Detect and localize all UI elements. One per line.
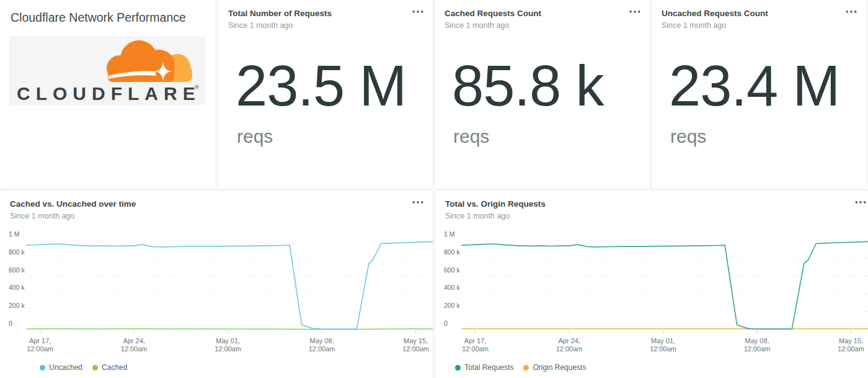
legend-label: Uncached [49,363,82,372]
x-axis-tick-label: 12:00am [744,345,771,353]
widget-subtitle: Since 1 month ago [662,21,841,30]
x-axis-tick-label: 12:00am [215,345,241,353]
legend-item-origin-requests[interactable]: Origin Requests [523,363,586,372]
x-axis-tick-label: 12:00am [309,345,335,353]
line-chart-total-vs-origin[interactable]: 1 M800 k600 k400 k200 k0Apr 17,12:00amAp… [435,229,868,353]
cached-series-line[interactable] [27,329,433,330]
chart-legend: UncachedCached [0,363,433,372]
y-axis-tick-label: 0 [9,320,12,327]
legend-item-uncached[interactable]: Uncached [40,363,82,372]
x-axis-tick-label: May 15, [839,337,863,344]
overflow-menu-icon[interactable]: ⋯ [629,5,642,17]
overflow-menu-icon[interactable]: ⋯ [845,5,858,17]
billboard-unit: reqs [237,126,273,147]
y-axis-tick-label: 200 k [9,302,25,309]
y-axis-tick-label: 800 k [444,248,460,256]
widget-subtitle: Since 1 month ago [228,21,408,30]
dashboard-header-card: Cloudflare Network Performance CLOUDFLAR… [0,0,216,189]
cloudflare-logo: CLOUDFLARE ® [9,36,205,105]
widget-subtitle: Since 1 month ago [445,212,851,220]
x-axis-tick-label: Apr 24, [123,337,144,344]
widget-title: Uncached Requests Count [662,9,841,19]
uncached-series-line[interactable] [27,241,433,329]
x-axis-tick-label: 12:00am [838,345,864,353]
legend-dot-icon [523,365,529,371]
y-axis-tick-label: 400 k [444,284,460,291]
billboard-unit: reqs [453,126,489,147]
y-axis-tick-label: 1 M [444,230,455,238]
x-axis-tick-label: 12:00am [121,345,148,353]
cloudflare-dashboard: Cloudflare Network Performance CLOUDFLAR… [0,0,868,378]
billboard-card-cached-requests: Cached Requests Count Since 1 month ago … [434,0,650,189]
legend-label: Origin Requests [533,363,586,372]
overflow-menu-icon[interactable]: ⋯ [854,196,867,208]
legend-dot-icon [92,365,98,371]
overflow-menu-icon[interactable]: ⋯ [412,5,425,17]
y-axis-tick-label: 1 M [9,230,20,238]
x-axis-tick-label: Apr 24, [558,337,580,344]
x-axis-tick-label: May 01, [216,337,240,344]
y-axis-tick-label: 400 k [9,284,25,291]
x-axis-tick-label: May 08, [745,337,769,344]
x-axis-tick-label: Apr 17, [29,337,51,344]
x-axis-tick-label: May 08, [310,337,334,344]
total-requests-series-line[interactable] [462,241,868,329]
chart-card-cached-vs-uncached: Cached vs. Uncached over time Since 1 mo… [0,190,433,378]
widget-subtitle: Since 1 month ago [10,212,408,220]
billboard-unit: reqs [670,126,706,147]
billboard-card-total-requests: Total Number of Requests Since 1 month a… [218,0,433,189]
legend-item-total-requests[interactable]: Total Requests [455,363,513,372]
y-axis-tick-label: 0 [444,320,448,327]
widget-title: Total vs. Origin Requests [445,199,851,209]
billboard-card-uncached-requests: Uncached Requests Count Since 1 month ag… [651,0,867,189]
x-axis-tick-label: 12:00am [27,345,53,353]
legend-dot-icon [455,365,461,371]
legend-label: Cached [102,363,127,372]
x-axis-tick-label: 12:00am [402,345,429,353]
widget-title: Cached vs. Uncached over time [10,199,408,209]
billboard-value: 23.4 M [669,57,839,114]
y-axis-tick-label: 600 k [9,266,25,274]
legend-dot-icon [40,365,45,371]
widget-title: Cached Requests Count [445,9,625,19]
y-axis-tick-label: 600 k [444,266,460,274]
cloudflare-logo-panel: CLOUDFLARE ® [9,36,205,105]
legend-label: Total Requests [464,363,513,372]
x-axis-tick-label: 12:00am [556,345,583,353]
overflow-menu-icon[interactable]: ⋯ [412,196,425,208]
chart-legend: Total RequestsOrigin Requests [435,363,868,372]
x-axis-tick-label: 12:00am [462,345,489,353]
widget-subtitle: Since 1 month ago [445,21,625,30]
page-title: Cloudflare Network Performance [11,11,186,25]
billboard-value: 23.5 M [236,57,406,114]
y-axis-tick-label: 200 k [444,302,460,309]
billboard-value: 85.8 k [452,57,604,114]
legend-item-cached[interactable]: Cached [92,363,127,372]
widget-title: Total Number of Requests [228,9,408,19]
cloudflare-wordmark: CLOUDFLARE [17,83,201,104]
x-axis-tick-label: Apr 17, [464,337,486,344]
registered-mark: ® [195,84,199,91]
line-chart-cached-vs-uncached[interactable]: 1 M800 k600 k400 k200 k0Apr 17,12:00amAp… [0,229,433,353]
y-axis-tick-label: 800 k [9,248,25,256]
x-axis-tick-label: 12:00am [650,345,676,353]
chart-card-total-vs-origin: Total vs. Origin Requests Since 1 month … [435,190,868,378]
x-axis-tick-label: May 01, [651,337,675,344]
x-axis-tick-label: May 15, [404,337,428,344]
